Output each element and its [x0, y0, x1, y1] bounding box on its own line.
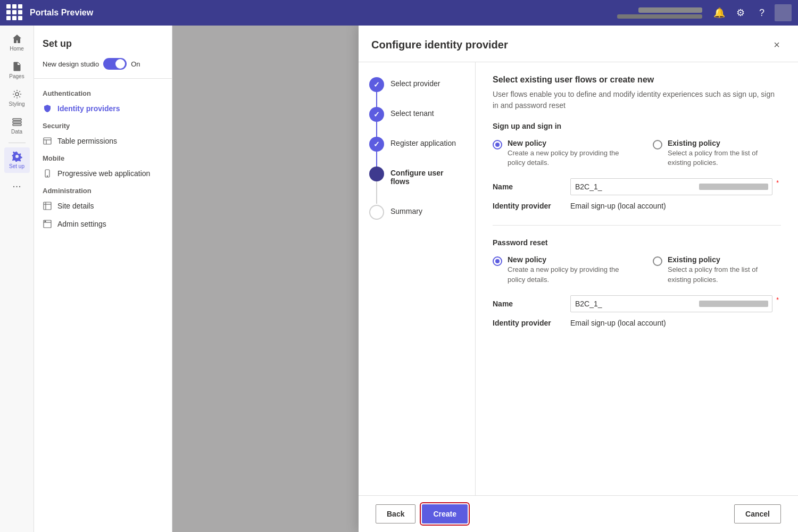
password-reset-name-row: Name *: [493, 295, 781, 312]
svg-rect-4: [44, 138, 51, 144]
identity-providers-label: Identity providers: [57, 104, 120, 113]
password-reset-existing-policy-label: Existing policy: [668, 255, 781, 264]
sidebar-item-pages[interactable]: Pages: [4, 57, 30, 83]
svg-rect-1: [13, 119, 21, 120]
svg-rect-2: [13, 121, 21, 123]
secondary-sidebar: Set up New design studio On Authenticati…: [34, 26, 172, 532]
cancel-button[interactable]: Cancel: [734, 504, 781, 523]
sign-up-new-policy-option[interactable]: New policy Create a new policy by provid…: [493, 139, 621, 168]
settings-icon[interactable]: ⚙: [732, 4, 749, 21]
step-1-circle: ✓: [369, 77, 384, 92]
steps-sidebar: ✓ Select provider ✓ Select tenant ✓: [359, 62, 476, 495]
step-2-circle: ✓: [369, 107, 384, 122]
dialog-header: Configure identity provider ×: [359, 26, 798, 62]
sidebar-more[interactable]: ...: [4, 175, 30, 192]
admin-settings-label: Admin settings: [57, 220, 106, 228]
pwa-label: Progressive web application: [57, 169, 150, 178]
main-section-desc: User flows enable you to define and modi…: [493, 89, 781, 111]
name-required-indicator: *: [776, 179, 779, 187]
step-5-circle: [369, 205, 384, 220]
sidebar-item-styling[interactable]: Styling: [4, 85, 30, 111]
sidebar-item-home[interactable]: Home: [4, 30, 30, 55]
password-reset-name-required: *: [776, 296, 779, 304]
dialog-body: ✓ Select provider ✓ Select tenant ✓: [359, 62, 798, 495]
dialog-footer: Back Create Cancel: [359, 495, 798, 532]
step-5-label: Summary: [390, 203, 422, 232]
step-1-label: Select provider: [390, 75, 440, 105]
step-3-circle: ✓: [369, 137, 384, 152]
user-info: [617, 7, 702, 19]
sidebar-divider: [9, 143, 26, 143]
sign-up-provider-label: Identity provider: [493, 202, 562, 210]
sign-up-existing-policy-option[interactable]: Existing policy Select a policy from the…: [653, 139, 781, 168]
table-icon: [43, 136, 52, 146]
sidebar-pages-label: Pages: [9, 73, 24, 79]
step-select-provider: ✓ Select provider: [369, 75, 464, 105]
sidebar-item-admin-settings[interactable]: Admin settings: [34, 215, 172, 233]
sign-up-existing-policy-label: Existing policy: [668, 139, 781, 147]
password-reset-provider-value: Email sign-up (local account): [570, 319, 666, 327]
step-summary: Summary: [369, 203, 464, 232]
topbar-right: 🔔 ⚙ ?: [617, 4, 792, 21]
password-reset-name-label: Name: [493, 300, 562, 308]
sidebar-item-site-details[interactable]: Site details: [34, 197, 172, 215]
toggle-on-label: On: [131, 60, 140, 68]
sidebar-data-label: Data: [11, 129, 22, 135]
shield-icon: [43, 104, 52, 113]
sign-up-radio-group: New policy Create a new policy by provid…: [493, 139, 781, 168]
password-reset-new-policy-option[interactable]: New policy Create a new policy by provid…: [493, 255, 621, 284]
sidebar-styling-label: Styling: [9, 101, 24, 107]
section-divider: [493, 225, 781, 226]
password-reset-existing-policy-radio[interactable]: [653, 256, 662, 266]
user-avatar[interactable]: [775, 4, 792, 21]
sidebar-item-data[interactable]: Data: [4, 113, 30, 138]
user-name: [638, 7, 702, 13]
sign-up-existing-policy-content: Existing policy Select a policy from the…: [668, 139, 781, 168]
sidebar-item-pwa[interactable]: Progressive web application: [34, 164, 172, 182]
svg-point-0: [15, 93, 19, 96]
new-design-studio-toggle[interactable]: [103, 58, 127, 70]
sidebar-toggle-row: New design studio On: [34, 58, 172, 79]
app-title: Portals Preview: [30, 8, 617, 18]
password-reset-provider-row: Identity provider Email sign-up (local a…: [493, 319, 781, 327]
sidebar-item-setup[interactable]: Set up: [4, 147, 30, 173]
name-blurred-value: [699, 184, 768, 190]
dialog-main-area: Select existing user flows or create new…: [476, 62, 798, 495]
sign-up-name-label: Name: [493, 182, 562, 191]
password-reset-new-policy-radio[interactable]: [493, 256, 502, 266]
create-button[interactable]: Create: [422, 504, 468, 523]
step-configure-user-flows: Configure user flows: [369, 164, 464, 203]
security-section-title: Security: [34, 118, 172, 132]
sign-up-new-policy-radio[interactable]: [493, 140, 502, 149]
sign-up-name-row: Name *: [493, 178, 781, 195]
help-icon[interactable]: ?: [753, 4, 770, 21]
password-reset-name-wrapper: *: [570, 295, 772, 312]
sign-up-new-policy-label: New policy: [508, 139, 621, 147]
sign-up-existing-policy-radio[interactable]: [653, 140, 662, 149]
svg-rect-9: [44, 202, 51, 210]
sidebar-item-table-permissions[interactable]: Table permissions: [34, 132, 172, 150]
admin-icon: [43, 219, 52, 229]
step-register-application: ✓ Register application: [369, 135, 464, 164]
sidebar-setup-label: Set up: [9, 163, 24, 169]
sidebar-header-title: Set up: [43, 38, 72, 49]
dialog-close-button[interactable]: ×: [768, 36, 785, 53]
sidebar-home-label: Home: [10, 46, 24, 52]
sign-up-new-policy-content: New policy Create a new policy by provid…: [508, 139, 621, 168]
password-reset-new-policy-desc: Create a new policy by providing the pol…: [508, 265, 621, 284]
password-reset-new-policy-content: New policy Create a new policy by provid…: [508, 255, 621, 284]
main-wrapper: Home Pages Styling Data Set up ... Set u…: [0, 26, 798, 532]
waffle-icon[interactable]: [6, 4, 23, 21]
password-reset-existing-policy-option[interactable]: Existing policy Select a policy from the…: [653, 255, 781, 284]
sign-up-name-wrapper: *: [570, 178, 772, 195]
notification-icon[interactable]: 🔔: [711, 4, 728, 21]
back-button[interactable]: Back: [376, 504, 415, 523]
icon-sidebar: Home Pages Styling Data Set up ...: [0, 26, 34, 532]
sidebar-item-identity-providers[interactable]: Identity providers: [34, 99, 172, 118]
password-reset-new-policy-label: New policy: [508, 255, 621, 264]
step-2-label: Select tenant: [390, 105, 434, 135]
svg-point-8: [47, 176, 47, 176]
main-content: Configure identity provider × ✓ Select p…: [172, 26, 798, 532]
table-permissions-label: Table permissions: [57, 137, 117, 145]
authentication-section-title: Authentication: [34, 85, 172, 99]
